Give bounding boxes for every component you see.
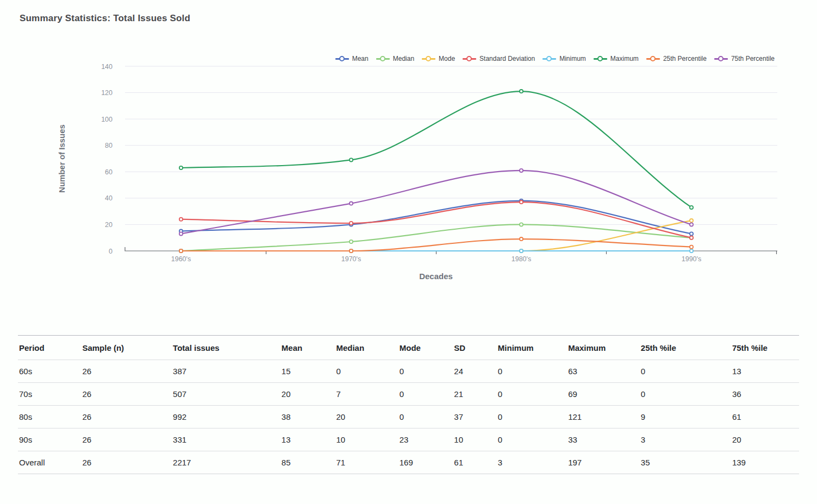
column-header-minimum: Minimum (497, 336, 567, 360)
legend-item-median[interactable]: Median (376, 55, 414, 62)
table-cell: 63 (567, 360, 640, 383)
column-header-maximum: Maximum (567, 336, 640, 360)
data-point (350, 222, 353, 225)
y-tick-label: 60 (105, 168, 113, 176)
series-25th-percentile (179, 237, 693, 253)
y-tick-label: 20 (105, 221, 113, 229)
table-cell: 38 (280, 406, 335, 429)
table-cell: 0 (640, 383, 731, 406)
series-line (181, 239, 691, 251)
data-point (690, 206, 693, 209)
data-point (350, 158, 353, 161)
table-cell: 0 (640, 360, 731, 383)
table-cell: 33 (567, 429, 640, 451)
table-row: 90s2633113102310033320 (18, 429, 799, 451)
column-header-sample-n: Sample (n) (81, 336, 172, 360)
data-point (690, 249, 693, 253)
legend-label: 75th Percentile (731, 55, 775, 62)
legend-label: Maximum (610, 55, 639, 62)
table-cell: 0 (398, 360, 453, 383)
column-header-median: Median (335, 336, 398, 360)
table-cell: 70s (18, 383, 81, 406)
table-cell: 3 (640, 429, 731, 451)
table-cell: 2217 (172, 451, 280, 474)
legend-item-maximum[interactable]: Maximum (594, 55, 639, 62)
legend-marker-icon (594, 56, 607, 62)
table-cell: 7 (335, 383, 398, 406)
legend-marker-icon (422, 56, 435, 62)
series-line (181, 91, 691, 207)
table-cell: 3 (497, 451, 567, 474)
column-header-period: Period (18, 336, 81, 360)
summary-statistics-table: PeriodSample (n)Total issuesMeanMedianMo… (18, 335, 799, 474)
data-point (520, 249, 523, 253)
data-point (179, 249, 183, 253)
legend-item-75th-percentile[interactable]: 75th Percentile (714, 55, 775, 62)
y-tick-label: 140 (101, 63, 113, 71)
table-cell: Overall (18, 451, 81, 474)
data-point (350, 202, 353, 205)
x-tick-label: 1980's (512, 255, 531, 263)
x-tick-label: 1990's (682, 255, 701, 263)
legend-item-mean[interactable]: Mean (335, 55, 369, 62)
y-tick-label: 80 (105, 142, 113, 149)
data-point (690, 245, 693, 249)
table-cell: 61 (453, 451, 496, 474)
legend-marker-icon (335, 56, 349, 62)
legend-marker-icon (646, 56, 660, 62)
data-point (690, 232, 693, 235)
legend-label: Median (393, 55, 414, 62)
table-cell: 26 (81, 429, 172, 451)
table-cell: 35 (640, 451, 731, 474)
legend-item-mode[interactable]: Mode (422, 55, 455, 62)
table-cell: 23 (398, 429, 453, 451)
legend-item-25th-percentile[interactable]: 25th Percentile (646, 55, 707, 62)
legend-marker-icon (542, 56, 556, 62)
table-cell: 507 (172, 383, 280, 406)
legend-item-standard-deviation[interactable]: Standard Deviation (463, 55, 535, 62)
table-cell: 0 (398, 383, 453, 406)
legend-label: Minimum (559, 55, 586, 62)
data-point (690, 219, 693, 222)
data-point (350, 249, 353, 253)
table-cell: 0 (497, 383, 567, 406)
table-row: Overall262217857116961319735139 (18, 451, 799, 474)
line-chart-panel: 0204060801001201401960's1970's1980's1990… (0, 49, 817, 293)
data-point (179, 166, 183, 169)
table-row: 80s2699238200370121961 (18, 406, 799, 429)
column-header-mean: Mean (280, 336, 335, 360)
legend-label: Mean (352, 55, 369, 62)
y-tick-label: 120 (101, 89, 113, 97)
table-cell: 26 (81, 360, 172, 383)
table-row: 60s26387150024063013 (18, 360, 799, 383)
table-cell: 85 (280, 451, 335, 474)
legend-marker-icon (714, 56, 728, 62)
table-cell: 15 (280, 360, 335, 383)
table-cell: 20 (280, 383, 335, 406)
table-cell: 0 (497, 406, 567, 429)
x-tick-label: 1960's (171, 255, 191, 263)
legend-label: Standard Deviation (479, 55, 535, 62)
column-header-sd: SD (453, 336, 496, 360)
column-header-25th-ile: 25th %ile (640, 336, 731, 360)
table-cell: 387 (172, 360, 280, 383)
table-cell: 13 (731, 360, 799, 383)
table-cell: 26 (81, 406, 172, 429)
legend-label: Mode (439, 55, 455, 62)
chart-legend: MeanMedianModeStandard DeviationMinimumM… (335, 55, 775, 62)
series-line (181, 220, 691, 251)
x-axis-title: Decades (419, 272, 453, 281)
table-cell: 0 (497, 429, 567, 451)
legend-item-minimum[interactable]: Minimum (542, 55, 586, 62)
page-title: Summary Statistics: Total Issues Sold (20, 13, 190, 24)
table-cell: 26 (81, 383, 172, 406)
table-cell: 20 (335, 406, 398, 429)
table-cell: 169 (398, 451, 453, 474)
x-tick-label: 1970's (341, 255, 361, 263)
legend-marker-icon (376, 56, 390, 62)
y-tick-label: 0 (109, 248, 113, 255)
data-point (690, 236, 693, 240)
table-cell: 121 (567, 406, 640, 429)
table-cell: 331 (172, 429, 280, 451)
y-tick-label: 100 (101, 116, 113, 123)
